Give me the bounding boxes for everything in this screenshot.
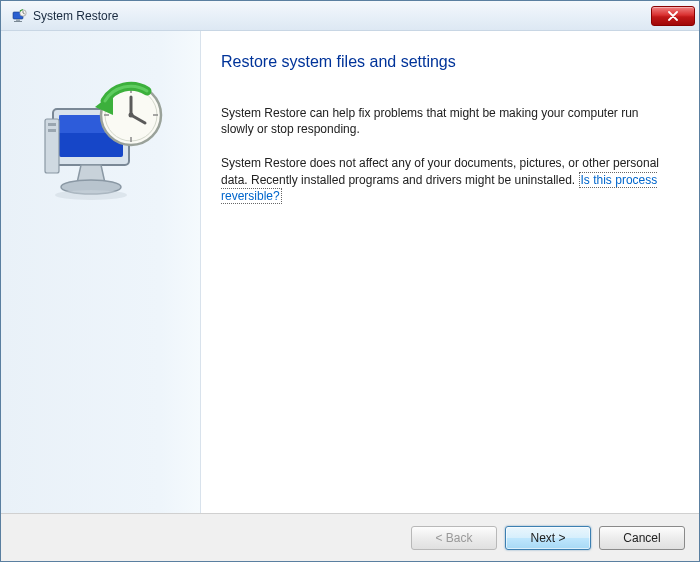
next-button[interactable]: Next > [505,526,591,550]
cancel-button[interactable]: Cancel [599,526,685,550]
svg-rect-1 [16,19,20,21]
wizard-footer: < Back Next > Cancel [1,513,699,561]
close-icon [667,11,679,21]
svg-rect-2 [14,21,22,22]
svg-point-9 [55,190,127,200]
monitor-clock-restore-icon [31,71,171,211]
svg-rect-12 [48,129,56,132]
intro-paragraph: System Restore can help fix problems tha… [221,105,669,137]
system-restore-wizard-window: System Restore [0,0,700,562]
info-paragraph: System Restore does not affect any of yo… [221,155,669,204]
window-title: System Restore [33,9,651,23]
svg-rect-10 [45,119,59,173]
close-button[interactable] [651,6,695,26]
content-area: Restore system files and settings System… [1,31,699,513]
page-heading: Restore system files and settings [221,53,669,71]
svg-rect-11 [48,123,56,126]
system-restore-icon [11,8,27,24]
wizard-sidebar [1,31,201,513]
wizard-main-panel: Restore system files and settings System… [201,31,699,513]
titlebar: System Restore [1,1,699,31]
back-button: < Back [411,526,497,550]
